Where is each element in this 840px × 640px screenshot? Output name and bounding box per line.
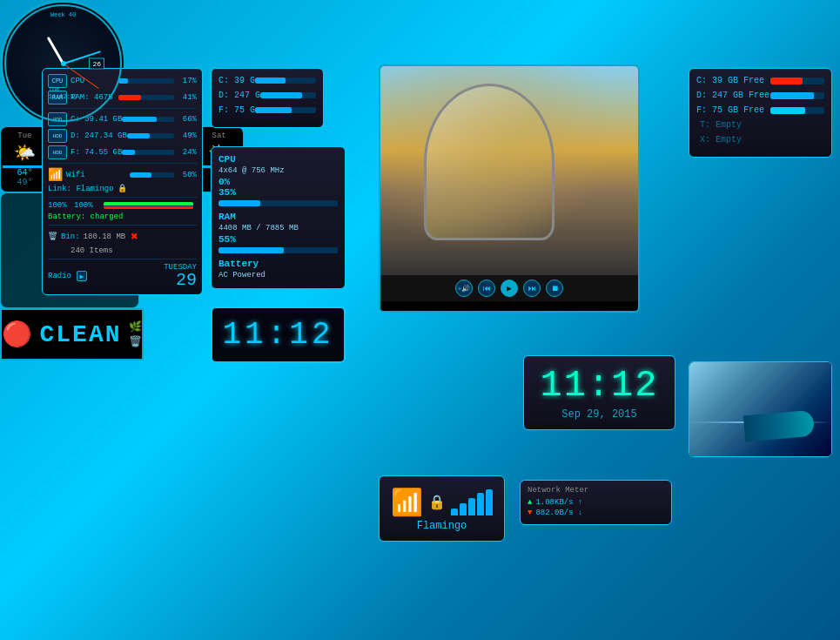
cpu-detail-widget: CPU 4x64 @ 756 MHz 0% 35% RAM 4408 MB / … xyxy=(211,146,346,289)
network-meter-title: Network Meter xyxy=(528,486,664,495)
clock-day: 26 xyxy=(92,59,101,67)
drive-summary-d-row: D: 247 G xyxy=(218,91,316,100)
battery-status-row: Battery: charged xyxy=(48,212,197,221)
stop-button[interactable]: ⏹ xyxy=(546,280,563,297)
media-controls: +🔊 ⏮ ▶ ⏭ ⏹ xyxy=(380,275,638,301)
clock-date-box: 26 xyxy=(89,57,104,69)
clean-leaf-icon: 🌿 xyxy=(129,320,142,333)
thumbnail-image xyxy=(689,362,831,456)
drive-summary-f-row: F: 75 G xyxy=(218,105,316,115)
ram-pct: 41% xyxy=(178,93,197,102)
drive-summary-d-bar xyxy=(260,92,302,98)
bin-size: 180.18 MB xyxy=(84,232,126,241)
digital-clock2-widget: 11:12 Sep 29, 2015 xyxy=(523,355,675,430)
drive-d-pct: 49% xyxy=(178,131,197,140)
clean-widget[interactable]: 🔴 CLEAN 🌿 🗑️ xyxy=(0,308,144,360)
wifi-pct: 50% xyxy=(178,171,197,179)
bin-items-row: 240 Items xyxy=(48,246,197,255)
bin-items: 240 Items xyxy=(71,246,113,255)
bin-label: Bin: xyxy=(61,232,80,241)
drive-d-bar-container xyxy=(127,133,174,138)
drive-d-icon: HDD xyxy=(48,129,67,143)
wifi-bar-5 xyxy=(486,489,493,515)
network-up-row: ▲ 1.08KB/s ↑ xyxy=(528,498,664,507)
drive-summary-c-row: C: 39 G xyxy=(218,76,316,85)
wifi-bar xyxy=(130,172,152,178)
cpu-detail-pct2: 35% xyxy=(218,187,338,198)
wifi-label: Wifi xyxy=(66,171,85,179)
ram-detail-bar xyxy=(218,247,338,253)
clock-center-dot xyxy=(61,61,66,66)
dd-t-row: T: Empty xyxy=(696,120,824,130)
ram-bar-container xyxy=(118,95,174,100)
drive-summary-f-label: F: 75 G xyxy=(218,105,255,115)
drive-f-label: F: 74.55 GB xyxy=(71,148,122,157)
bin-icon: 🗑️ xyxy=(48,232,57,241)
radio-play-button[interactable]: ▶ xyxy=(77,271,87,281)
media-player-widget[interactable]: +🔊 ⏮ ▶ ⏭ ⏹ xyxy=(379,64,640,313)
drive-f-row: HDD F: 74.55 GB 24% xyxy=(48,145,197,159)
thumbnail-widget xyxy=(689,361,832,457)
dd-f-row: F: 75 GB Free xyxy=(696,105,824,115)
batt-detail-val: AC Powered xyxy=(218,271,338,280)
weather-sat-name: Sat xyxy=(197,131,241,140)
batt-pct1: 100% xyxy=(48,201,74,210)
thumbnail-wing xyxy=(743,410,815,442)
drive-f-icon: HDD xyxy=(48,145,67,159)
drive-summary-d-bar-wrap xyxy=(260,92,316,98)
digital-clock-widget: 11:12 xyxy=(211,307,346,363)
drive-summary-c-label: C: 39 G xyxy=(218,76,255,85)
weather-tue-icon: 🌤️ xyxy=(3,142,47,164)
delete-icon: ✖ xyxy=(131,229,138,244)
day-number: 29 xyxy=(164,272,197,289)
rewind-button[interactable]: ⏮ xyxy=(478,280,495,297)
dd-f-bar xyxy=(770,107,805,114)
drive-summary-f-bar-wrap xyxy=(255,107,316,113)
wifi-bar-container xyxy=(130,172,174,178)
radio-row: Radio ▶ TUESDAY 29 xyxy=(48,263,197,289)
drive-f-pct: 24% xyxy=(178,148,197,157)
radio-label: Radio xyxy=(48,272,71,280)
drive-summary-d-label: D: 247 G xyxy=(218,91,260,100)
wifi-bars xyxy=(451,489,493,515)
network-down-value: 882.0B/s ↓ xyxy=(535,509,582,517)
cpu-bar-container xyxy=(118,78,174,84)
digital-clock2-time: 11:12 xyxy=(533,365,666,407)
dd-d-row: D: 247 GB Free xyxy=(696,91,824,100)
dd-c-label: C: 39 GB Free xyxy=(696,76,770,85)
volume-button[interactable]: +🔊 xyxy=(455,280,473,297)
network-up-value: 1.08KB/s ↑ xyxy=(535,498,582,507)
batt-bar xyxy=(104,202,193,209)
digital-clock2-date: Sep 29, 2015 xyxy=(533,408,666,421)
cpu-detail-spec: 4x64 @ 756 MHz xyxy=(218,166,338,175)
drive-d-row: HDD D: 247.34 GB 49% xyxy=(48,129,197,143)
dd-c-bar-wrap xyxy=(770,77,824,84)
drive-detail-widget: C: 39 GB Free D: 247 GB Free F: 75 GB Fr… xyxy=(689,68,832,158)
wifi-icon: 📶 xyxy=(391,487,423,519)
dd-d-bar-wrap xyxy=(770,92,824,99)
wifi-bar-3 xyxy=(468,498,475,515)
drive-summary-f-bar xyxy=(255,107,292,113)
clock-day-label: Tue xyxy=(49,86,78,93)
drive-summary-c-bar xyxy=(255,77,286,84)
drive-summary-widget: C: 39 G D: 247 G F: 75 G xyxy=(211,68,324,128)
ram-detail-title: RAM xyxy=(218,212,338,222)
clean-label: CLEAN xyxy=(39,321,121,348)
batt-detail-title: Battery xyxy=(218,259,338,269)
download-arrow-icon: ▼ xyxy=(528,509,532,517)
drive-c-bar xyxy=(122,117,156,122)
media-screen xyxy=(380,66,638,275)
play-button[interactable]: ▶ xyxy=(501,280,518,297)
forward-button[interactable]: ⏭ xyxy=(523,280,541,297)
clean-action-icons: 🌿 🗑️ xyxy=(129,320,142,348)
wifi-bar-1 xyxy=(451,509,458,515)
link-row: Link: Flamingo 🔒 xyxy=(48,184,197,193)
drive-c-pct: 66% xyxy=(178,115,197,124)
batt-pct2: 100% xyxy=(74,201,100,210)
dd-f-label: F: 75 GB Free xyxy=(696,105,770,115)
weather-tue-low: 49° xyxy=(3,178,47,187)
link-label: Link: Flamingo xyxy=(48,185,114,193)
cpu-detail-pct1: 0% xyxy=(218,177,338,187)
wifi-widget: 📶 🔒 Flamingo xyxy=(379,475,505,542)
dd-f-bar-wrap xyxy=(770,107,824,114)
